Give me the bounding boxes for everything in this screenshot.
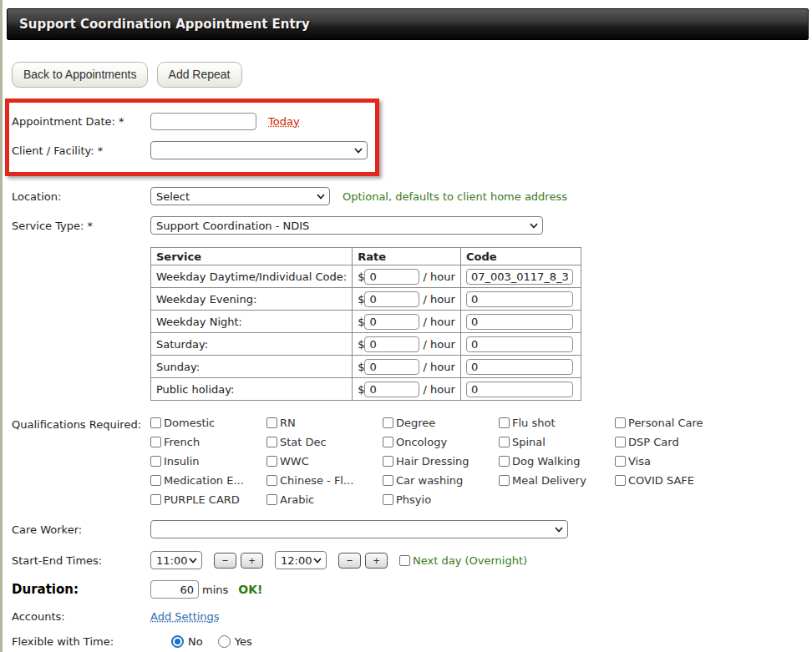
checkbox-icon[interactable] — [499, 456, 510, 467]
code-input[interactable] — [466, 291, 573, 307]
table-row: Weekday Night: $ / hour — [151, 311, 581, 333]
qualification-checkbox-french[interactable]: French — [150, 436, 266, 448]
appointment-date-row: Appointment Date: * Today — [9, 113, 375, 130]
checkbox-label: DSP Card — [628, 436, 679, 448]
rate-input[interactable] — [364, 382, 419, 397]
location-row: Location: Select Optional, defaults to c… — [0, 187, 812, 205]
checkbox-icon[interactable] — [499, 417, 510, 428]
checkbox-icon[interactable] — [266, 456, 277, 467]
flexible-yes-radio[interactable]: Yes — [218, 635, 252, 648]
checkbox-icon[interactable] — [266, 494, 277, 505]
radio-unselected-icon[interactable] — [218, 635, 231, 648]
qualification-checkbox-arabic[interactable]: Arabic — [266, 493, 383, 506]
qualification-checkbox-stat-dec[interactable]: Stat Dec — [266, 436, 383, 448]
checkbox-icon[interactable] — [499, 437, 510, 447]
start-time-select[interactable]: 11:00 — [150, 551, 202, 569]
table-row: Public holiday: $ / hour — [151, 378, 581, 401]
qualification-checkbox-oncology[interactable]: Oncology — [383, 436, 499, 448]
flexible-no-radio[interactable]: No — [171, 635, 203, 648]
checkbox-label: Hair Dressing — [396, 455, 469, 468]
checkbox-icon[interactable] — [615, 456, 626, 467]
checkbox-label: Oncology — [396, 436, 447, 448]
checkbox-label: Chinese - Fl... — [280, 474, 353, 487]
location-select[interactable]: Select — [150, 187, 330, 205]
qualification-checkbox-degree[interactable]: Degree — [383, 417, 499, 429]
checkbox-icon[interactable] — [399, 555, 410, 566]
service-type-select[interactable]: Support Coordination - NDIS — [150, 216, 543, 235]
qualification-checkbox-flu-shot[interactable]: Flu shot — [499, 417, 615, 429]
checkbox-label: Meal Delivery — [512, 474, 586, 487]
per-hour-label: / hour — [424, 316, 455, 328]
code-input[interactable] — [466, 382, 573, 397]
qualification-checkbox-chinese[interactable]: Chinese - Fl... — [266, 474, 383, 487]
qualification-checkbox-rn[interactable]: RN — [266, 417, 383, 429]
qualification-checkbox-medication[interactable]: Medication E... — [150, 474, 266, 487]
client-facility-select[interactable] — [150, 141, 368, 159]
per-hour-label: / hour — [424, 270, 455, 283]
code-input[interactable] — [466, 314, 573, 330]
per-hour-label: / hour — [424, 293, 455, 306]
qualification-checkbox-spinal[interactable]: Spinal — [499, 436, 615, 448]
qualification-checkbox-dsp-card[interactable]: DSP Card — [615, 436, 731, 448]
checkbox-icon[interactable] — [615, 475, 626, 486]
checkbox-label: Stat Dec — [280, 436, 327, 448]
end-time-select[interactable]: 12:00 — [275, 551, 327, 569]
start-time-value: 11:00 — [156, 554, 187, 567]
end-time-plus-button[interactable]: + — [365, 553, 388, 569]
checkbox-icon[interactable] — [383, 417, 393, 428]
qualification-checkbox-purple-card[interactable]: PURPLE CARD — [150, 493, 266, 506]
checkbox-icon[interactable] — [150, 456, 161, 467]
code-input[interactable] — [466, 359, 573, 375]
qualification-checkbox-phsyio[interactable]: Phsyio — [383, 493, 499, 506]
checkbox-label: Dog Walking — [512, 455, 581, 468]
checkbox-icon[interactable] — [615, 437, 626, 447]
rate-input[interactable] — [364, 291, 419, 307]
checkbox-icon[interactable] — [150, 417, 161, 428]
qualification-checkbox-car-washing[interactable]: Car washing — [383, 474, 499, 487]
rate-input[interactable] — [364, 314, 419, 330]
rate-input[interactable] — [364, 359, 419, 375]
service-type-row: Service Type: * Support Coordination - N… — [0, 216, 812, 235]
code-input[interactable] — [466, 269, 573, 285]
checkbox-icon[interactable] — [615, 417, 626, 428]
checkbox-icon[interactable] — [150, 494, 161, 505]
care-worker-select[interactable] — [150, 520, 568, 538]
add-repeat-button[interactable]: Add Repeat — [157, 62, 242, 88]
qualification-checkbox-hair-dressing[interactable]: Hair Dressing — [383, 455, 499, 468]
checkbox-icon[interactable] — [266, 437, 277, 447]
qualification-checkbox-covid-safe[interactable]: COVID SAFE — [615, 474, 731, 487]
qualification-checkbox-personal-care[interactable]: Personal Care — [615, 417, 731, 429]
rate-input[interactable] — [364, 269, 419, 285]
start-time-minus-button[interactable]: − — [214, 553, 236, 569]
back-to-appointments-button[interactable]: Back to Appointments — [12, 62, 148, 88]
add-settings-link[interactable]: Add Settings — [150, 610, 220, 623]
code-input[interactable] — [466, 336, 573, 352]
checkbox-icon[interactable] — [150, 437, 161, 447]
qualification-checkbox-wwc[interactable]: WWC — [266, 455, 383, 468]
next-day-checkbox[interactable]: Next day (Overnight) — [399, 554, 527, 567]
rates-header-service: Service — [151, 248, 353, 265]
rate-input[interactable] — [364, 336, 419, 352]
duration-input[interactable] — [150, 580, 199, 599]
checkbox-icon[interactable] — [383, 475, 393, 486]
currency-symbol: $ — [358, 270, 364, 283]
qualification-checkbox-domestic[interactable]: Domestic — [150, 417, 266, 429]
start-time-plus-button[interactable]: + — [241, 553, 263, 569]
checkbox-icon[interactable] — [266, 417, 277, 428]
appointment-date-input[interactable] — [150, 113, 256, 130]
qualification-checkbox-insulin[interactable]: Insulin — [150, 455, 266, 468]
care-worker-row: Care Worker: — [0, 520, 812, 538]
page-left-border — [0, 0, 3, 652]
checkbox-icon[interactable] — [499, 475, 510, 486]
checkbox-icon[interactable] — [383, 456, 393, 467]
checkbox-icon[interactable] — [383, 494, 393, 505]
radio-selected-icon[interactable] — [171, 635, 184, 648]
checkbox-icon[interactable] — [266, 475, 277, 486]
end-time-minus-button[interactable]: − — [338, 553, 361, 569]
qualification-checkbox-dog-walking[interactable]: Dog Walking — [499, 455, 615, 468]
qualification-checkbox-meal-delivery[interactable]: Meal Delivery — [499, 474, 615, 487]
qualification-checkbox-visa[interactable]: Visa — [615, 455, 731, 468]
checkbox-icon[interactable] — [383, 437, 393, 447]
checkbox-icon[interactable] — [150, 475, 161, 486]
today-link[interactable]: Today — [268, 115, 300, 128]
